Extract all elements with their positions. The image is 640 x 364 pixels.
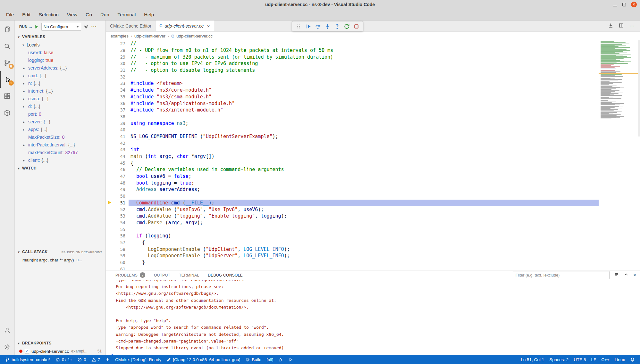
- status-cmake-debug-ready[interactable]: CMake: [Debug]: Ready: [113, 355, 164, 364]
- menu-help[interactable]: Help: [140, 9, 158, 20]
- variable-row[interactable]: ▸apps:{...}: [15, 126, 105, 133]
- code-line[interactable]: 28// - UDP flow from n0 to n1 of 1024 by…: [106, 47, 640, 54]
- status-clang-12-0-0-x86-64-pc-linux-gnu[interactable]: [Clang 12.0.0 x86_64-pc-linux-gnu]: [164, 355, 243, 364]
- variable-row[interactable]: ▸cmd:{...}: [15, 72, 105, 79]
- source-control-icon[interactable]: 6: [0, 54, 15, 71]
- gutter-glyph-margin[interactable]: [106, 73, 114, 80]
- status-7[interactable]: 7: [89, 355, 103, 364]
- gutter-glyph-margin[interactable]: [106, 259, 114, 266]
- panel-tab-debug-console[interactable]: DEBUG CONSOLE: [208, 270, 243, 280]
- code-line[interactable]: 57 {: [106, 239, 640, 246]
- menu-file[interactable]: File: [2, 9, 18, 20]
- gutter-glyph-margin[interactable]: [106, 266, 114, 270]
- watch-section-header[interactable]: ▾ WATCH: [15, 164, 105, 172]
- maximize-button[interactable]: [622, 3, 626, 6]
- menu-terminal[interactable]: Terminal: [114, 9, 140, 20]
- breadcrumb-item[interactable]: udp-client-server.cc: [176, 34, 213, 38]
- status-build[interactable]: Build: [243, 355, 264, 364]
- status-c[interactable]: C++: [599, 355, 612, 364]
- status-bug[interactable]: [276, 355, 286, 364]
- code-line[interactable]: 39using namespace ns3;: [106, 120, 640, 127]
- variable-row[interactable]: maxPacketCount:32767: [15, 149, 105, 156]
- gutter-glyph-margin[interactable]: [106, 166, 114, 173]
- gutter-glyph-margin[interactable]: [106, 173, 114, 180]
- code-line[interactable]: 47 bool useV6 = false;: [106, 173, 640, 180]
- gutter-glyph-margin[interactable]: [106, 206, 114, 213]
- variable-row[interactable]: ▸n:{...}: [15, 79, 105, 87]
- status-spaces-2[interactable]: Spaces: 2: [547, 355, 571, 364]
- gutter-glyph-margin[interactable]: [106, 213, 114, 219]
- variable-row[interactable]: ▸csma:{...}: [15, 95, 105, 103]
- status-buildsystem-cmake[interactable]: buildsystem-cmake*: [3, 355, 53, 364]
- code-line[interactable]: 55: [106, 226, 640, 233]
- menu-run[interactable]: Run: [96, 9, 114, 20]
- menu-edit[interactable]: Edit: [18, 9, 35, 20]
- gutter-glyph-margin[interactable]: [106, 94, 114, 100]
- status-0[interactable]: 0: [75, 355, 89, 364]
- variables-section-header[interactable]: ▾ VARIABLES: [15, 33, 105, 41]
- code-line[interactable]: 48 bool logging = true;: [106, 179, 640, 186]
- status-lf[interactable]: LF: [588, 355, 599, 364]
- vertical-scrollbar[interactable]: [638, 40, 640, 136]
- run-debug-icon[interactable]: 1: [0, 71, 15, 88]
- status-bell[interactable]: [627, 355, 637, 364]
- code-line[interactable]: 32: [106, 73, 640, 80]
- scope-locals[interactable]: ▾ Locals: [15, 41, 105, 49]
- search-icon[interactable]: [0, 38, 15, 54]
- breakpoints-section-header[interactable]: ▾ BREAKPOINTS: [15, 339, 105, 347]
- gutter-glyph-margin[interactable]: [106, 179, 114, 186]
- gutter-glyph-margin[interactable]: [106, 120, 114, 127]
- variable-row[interactable]: MaxPacketSize:0: [15, 133, 105, 141]
- code-editor[interactable]: 27//28// - UDP flow from n0 to n1 of 102…: [106, 40, 640, 270]
- status-play[interactable]: [286, 355, 296, 364]
- account-icon[interactable]: [0, 322, 15, 338]
- code-line[interactable]: 61: [106, 266, 640, 270]
- gutter-glyph-margin[interactable]: [106, 127, 114, 133]
- console-prompt[interactable]: >: [116, 351, 640, 355]
- code-line[interactable]: 38: [106, 113, 640, 120]
- gutter-glyph-margin[interactable]: [106, 67, 114, 74]
- code-line[interactable]: 53 cmd.AddValue ("logging", "Enable logg…: [106, 213, 640, 219]
- variable-row[interactable]: ▸interPacketInterval:{...}: [15, 141, 105, 149]
- code-line[interactable]: 29// - maximum of 320 packets sent (or l…: [106, 54, 640, 60]
- code-line[interactable]: 40: [106, 127, 640, 133]
- code-line[interactable]: 33#include <fstream>: [106, 80, 640, 87]
- variable-row[interactable]: ▸internet:{...}: [15, 87, 105, 95]
- maximize-panel-icon[interactable]: [624, 272, 629, 278]
- explorer-icon[interactable]: [0, 21, 15, 38]
- breakpoint-checkbox[interactable]: ✓: [25, 349, 29, 353]
- status-lightning[interactable]: [103, 355, 113, 364]
- console-options-icon[interactable]: [614, 272, 619, 278]
- gutter-glyph-margin[interactable]: [106, 146, 114, 153]
- gutter-glyph-margin[interactable]: [106, 80, 114, 87]
- filter-input[interactable]: [513, 271, 610, 279]
- variable-row[interactable]: port:0: [15, 110, 105, 118]
- gutter-glyph-margin[interactable]: [106, 54, 114, 60]
- gutter-glyph-margin[interactable]: [106, 200, 114, 206]
- breakpoint-item[interactable]: ✓ udp-client-server.cc exampl... 51: [15, 347, 105, 355]
- code-line[interactable]: 59 LogComponentEnable ("UdpServer", LOG_…: [106, 252, 640, 259]
- panel-tab-problems[interactable]: PROBLEMS7: [115, 270, 145, 280]
- code-line[interactable]: 58 LogComponentEnable ("UdpClient", LOG_…: [106, 246, 640, 252]
- panel-tab-output[interactable]: OUTPUT: [154, 270, 170, 280]
- more-actions-icon[interactable]: ⋯: [629, 23, 635, 29]
- close-panel-icon[interactable]: ×: [633, 273, 636, 278]
- variable-row[interactable]: ▸d:{...}: [15, 103, 105, 110]
- gutter-glyph-margin[interactable]: [106, 133, 114, 140]
- gutter-glyph-margin[interactable]: [106, 60, 114, 67]
- gutter-glyph-margin[interactable]: [106, 153, 114, 160]
- code-line[interactable]: 46 // Declare variables used in command-…: [106, 166, 640, 173]
- code-line[interactable]: 37#include "ns3/internet-module.h": [106, 107, 640, 113]
- split-editor-icon[interactable]: [619, 23, 624, 29]
- gutter-glyph-margin[interactable]: [106, 193, 114, 200]
- gutter-glyph-margin[interactable]: [106, 87, 114, 94]
- restart-button[interactable]: [343, 22, 351, 30]
- gutter-glyph-margin[interactable]: [106, 140, 114, 146]
- breadcrumb-item[interactable]: udp-client-server: [134, 34, 165, 38]
- code-line[interactable]: 49 Address serverAddress;: [106, 186, 640, 193]
- drag-handle-icon[interactable]: [295, 22, 303, 30]
- code-line[interactable]: 51 CommandLine cmd (__FILE__);: [106, 200, 640, 206]
- code-line[interactable]: 44main (int argc, char *argv[]): [106, 153, 640, 160]
- tab-udp-client-server-cc[interactable]: Cudp-client-server.cc×: [156, 21, 214, 31]
- code-line[interactable]: 56 if (logging): [106, 233, 640, 239]
